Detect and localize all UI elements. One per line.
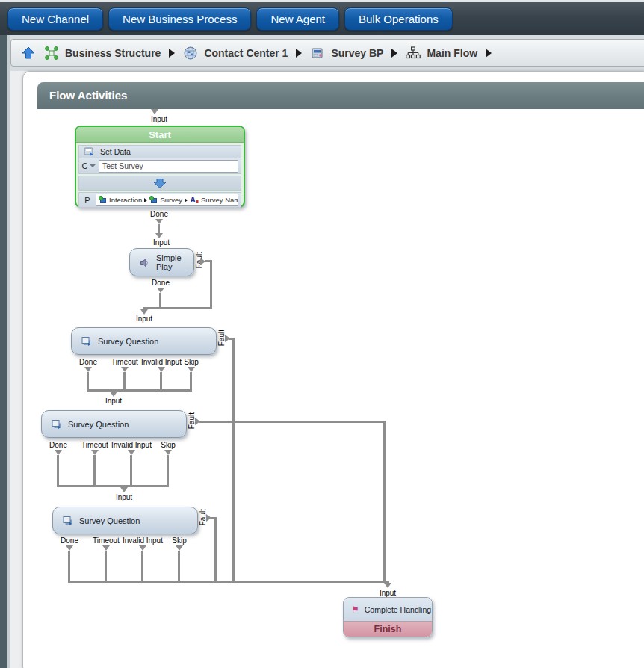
- port-label-input: Input: [153, 238, 170, 247]
- business-process-icon: [310, 46, 325, 61]
- window-left-edge-highlight: [7, 35, 10, 668]
- chevron-right-icon: [144, 198, 147, 202]
- connector-line: [214, 517, 217, 583]
- new-agent-button[interactable]: New Agent: [256, 7, 339, 31]
- caret-down-icon: [90, 164, 96, 167]
- connector-line: [87, 389, 192, 392]
- connector-line: [190, 372, 192, 391]
- survey-question-icon: [52, 419, 61, 429]
- chevron-right-icon: [169, 49, 175, 58]
- arrowhead-down: [140, 309, 148, 315]
- blue-down-arrow-icon: [153, 179, 167, 188]
- port-label-skip: Skip: [184, 358, 198, 366]
- panel-title: Flow Activities: [49, 89, 127, 102]
- connector-line: [199, 421, 386, 423]
- interaction-icon: [99, 196, 107, 204]
- chevron-right-icon: [391, 49, 397, 58]
- survey-question-node-1[interactable]: Survey Question: [71, 327, 217, 355]
- port-label-input: Input: [136, 315, 152, 323]
- arrowhead-down: [155, 219, 163, 224]
- arrowhead-down: [110, 392, 117, 397]
- connector-line: [232, 338, 235, 583]
- arrowhead-down: [151, 109, 158, 114]
- breadcrumb-label: Contact Center 1: [204, 47, 288, 59]
- breadcrumb-area: Business Structure Contact Center 1: [0, 35, 644, 71]
- contact-center-icon: [183, 46, 198, 61]
- arrowhead-down: [155, 233, 163, 238]
- parameter-label: P: [79, 196, 96, 205]
- new-channel-button[interactable]: New Channel: [7, 7, 103, 31]
- survey-value-input[interactable]: [99, 160, 238, 173]
- bulk-operations-button[interactable]: Bulk Operations: [344, 7, 453, 31]
- connector-line: [143, 307, 212, 309]
- port-label-skip: Skip: [161, 441, 175, 449]
- port-label-done: Done: [61, 536, 78, 545]
- survey-question-icon: [81, 336, 91, 346]
- connector-line: [383, 421, 386, 583]
- connector-line: [178, 551, 180, 583]
- finish-node[interactable]: ⚑ Complete Handling Finish: [343, 597, 433, 637]
- node-label: Survey Question: [98, 337, 158, 346]
- connector-line: [141, 551, 143, 583]
- connector-line: [160, 372, 162, 391]
- application-window: New Channel New Business Process New Age…: [0, 0, 644, 668]
- svg-text:A: A: [190, 196, 195, 204]
- chevron-right-icon: [185, 198, 188, 202]
- breadcrumb: Business Structure Contact Center 1: [10, 39, 644, 67]
- start-node[interactable]: Start Set Data C P: [75, 126, 245, 208]
- port-label-timeout: Timeout: [111, 358, 138, 366]
- set-data-row: Set Data: [78, 145, 241, 158]
- connector-line: [87, 372, 89, 391]
- port-label-done: Done: [49, 441, 67, 449]
- start-node-title: Start: [76, 127, 244, 143]
- breadcrumb-label: Survey BP: [331, 47, 383, 59]
- arrowhead-down: [66, 545, 73, 551]
- flag-icon: ⚑: [351, 604, 359, 615]
- breadcrumb-item-contact-center[interactable]: Contact Center 1: [183, 46, 288, 61]
- port-label-timeout: Timeout: [81, 441, 108, 449]
- arrowhead-down: [91, 450, 99, 455]
- breadcrumb-label: Main Flow: [427, 47, 477, 59]
- breadcrumb-item-main-flow[interactable]: Main Flow: [406, 46, 477, 61]
- survey-question-node-2[interactable]: Survey Question: [41, 410, 187, 438]
- breadcrumb-item-business-structure[interactable]: Business Structure: [44, 46, 161, 61]
- port-label-input: Input: [151, 115, 167, 123]
- condition-row: C: [78, 158, 241, 174]
- connector-line: [57, 455, 59, 486]
- connector-line: [93, 455, 96, 486]
- connector-line: [123, 372, 126, 391]
- arrowhead-down: [55, 450, 62, 455]
- condition-dropdown[interactable]: C: [79, 161, 99, 170]
- arrowhead-down: [157, 288, 164, 293]
- business-structure-icon: [44, 46, 59, 61]
- path-segment: Survey: [160, 196, 182, 204]
- port-label-input: Input: [105, 397, 122, 405]
- breadcrumb-item-survey-bp[interactable]: Survey BP: [310, 46, 383, 61]
- port-label-skip: Skip: [172, 536, 186, 545]
- port-label-done: Done: [150, 210, 168, 218]
- home-icon[interactable]: [21, 46, 36, 61]
- connector-line: [68, 551, 70, 583]
- parameter-row: P Interaction Survey A Survey Name: [78, 192, 241, 208]
- arrowhead-down: [384, 583, 391, 588]
- speaker-icon: [140, 258, 149, 267]
- port-label-timeout: Timeout: [93, 536, 120, 545]
- survey-question-node-3[interactable]: Survey Question: [52, 507, 198, 534]
- arrowhead-down: [120, 487, 128, 492]
- path-segment: Interaction: [109, 196, 142, 204]
- port-label-invalid-input: Invalid Input: [123, 536, 163, 545]
- arrowhead-down: [121, 367, 129, 372]
- string-field-icon: A: [190, 196, 199, 204]
- condition-label: C: [82, 161, 88, 170]
- arrowhead-down: [188, 367, 195, 372]
- simple-play-node[interactable]: Simple Play: [129, 248, 194, 276]
- chevron-right-icon: [296, 49, 302, 58]
- toolbar: New Channel New Business Process New Age…: [0, 2, 644, 35]
- parameter-path-dropdown[interactable]: Interaction Survey A Survey Name: [96, 194, 238, 206]
- connector-line: [210, 260, 212, 309]
- arrowhead-down: [128, 450, 135, 455]
- complete-handling-row: ⚑ Complete Handling: [344, 598, 432, 622]
- new-business-process-button[interactable]: New Business Process: [108, 7, 251, 31]
- port-label-done: Done: [79, 358, 97, 366]
- path-segment: Survey Name: [201, 196, 238, 204]
